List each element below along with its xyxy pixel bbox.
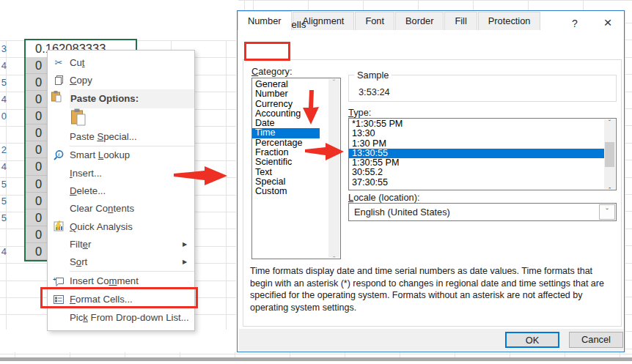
submenu-arrow-icon: ▶ xyxy=(183,241,194,248)
category-item[interactable]: Text xyxy=(252,168,340,177)
tab-protection[interactable]: Protection xyxy=(478,12,541,30)
menu-item-label: Pick From Drop-down List... xyxy=(70,312,194,323)
menu-item-label: Define Name... xyxy=(70,330,194,331)
type-item-selected[interactable]: 13:30:55 xyxy=(349,149,604,158)
scroll-down-icon[interactable]: ˇ xyxy=(609,179,611,189)
menu-item-label: Cut xyxy=(70,57,194,68)
category-item[interactable]: Scientific xyxy=(252,157,340,167)
category-item[interactable]: Fraction xyxy=(252,148,340,157)
menu-item-label: Delete... xyxy=(70,185,194,196)
context-menu: ✂ Cut Copy Paste Options: Paste Special.… xyxy=(47,50,195,331)
ok-button[interactable]: OK xyxy=(505,332,559,348)
submenu-arrow-icon: ▶ xyxy=(183,259,194,265)
menu-item-paste-options: Paste Options: xyxy=(70,89,194,108)
menu-item-label: Paste Options: xyxy=(70,93,194,104)
spreadsheet-grid-top xyxy=(238,0,632,10)
cancel-button[interactable]: Cancel xyxy=(569,332,623,348)
scissors-icon: ✂ xyxy=(48,57,70,68)
screenshot-canvas: 3 4 5 4 0 2 4 5 5 5 4 0.162083333 0 0 0 … xyxy=(0,0,632,364)
svg-text:i: i xyxy=(58,152,59,157)
type-item[interactable]: *1:30:55 PM xyxy=(349,119,616,129)
cell-fragment[interactable] xyxy=(0,125,7,141)
spreadsheet-grid-bottom xyxy=(0,352,632,357)
sample-group-label: Sample xyxy=(354,70,392,81)
tab-font[interactable]: Font xyxy=(355,12,394,30)
close-icon[interactable]: × xyxy=(598,15,617,31)
category-item[interactable]: Currency xyxy=(252,100,340,109)
category-item[interactable]: Accounting xyxy=(252,109,340,119)
menu-item-label: Insert... xyxy=(70,168,194,179)
menu-item-sort[interactable]: Sort ▶ xyxy=(48,253,194,272)
menu-item-clear-contents[interactable]: Clear Contents xyxy=(48,200,194,218)
cell-fragment[interactable]: 4 xyxy=(0,91,7,108)
menu-item-paste-special[interactable]: Paste Special... xyxy=(48,128,194,146)
cell-fragment[interactable]: 2 xyxy=(0,141,7,158)
menu-item-label: Copy xyxy=(70,75,194,86)
scroll-down-icon[interactable]: ˇ xyxy=(333,248,335,258)
category-item[interactable]: Custom xyxy=(252,187,340,196)
bottom-scrollbar-track[interactable] xyxy=(0,357,632,361)
cell-fragment[interactable]: 3 xyxy=(0,40,7,57)
category-item[interactable]: Number xyxy=(252,89,340,99)
menu-item-cut[interactable]: ✂ Cut xyxy=(48,53,194,72)
category-listbox: General Number Currency Accounting Date … xyxy=(251,78,341,259)
type-item[interactable]: 1:30:55 PM xyxy=(349,158,616,168)
menu-item-smart-lookup[interactable]: i Smart Lookup xyxy=(48,146,194,165)
cell-fragment[interactable]: 5 xyxy=(0,176,7,193)
tab-border[interactable]: Border xyxy=(395,12,444,30)
category-item[interactable]: Special xyxy=(252,177,340,187)
type-item[interactable]: 37:30:55 xyxy=(349,178,616,187)
cell-fragment[interactable]: 5 xyxy=(0,74,7,91)
comment-icon: + xyxy=(48,275,70,287)
left-column-fragments: 3 4 5 4 0 2 4 5 5 5 4 xyxy=(0,40,7,260)
menu-item-copy[interactable]: Copy xyxy=(48,72,194,90)
cell-fragment[interactable]: 4 xyxy=(0,243,7,260)
type-scrollbar[interactable]: ˇ ˇ xyxy=(604,119,615,189)
locale-label: Locale (location): xyxy=(348,192,419,203)
paste-button[interactable] xyxy=(70,108,87,128)
cell-fragment[interactable] xyxy=(0,226,7,243)
help-button[interactable]: ? xyxy=(566,18,584,29)
menu-item-delete[interactable]: Delete... xyxy=(48,182,194,200)
scroll-up-icon[interactable]: ˇ xyxy=(609,119,611,130)
category-item[interactable]: Date xyxy=(252,119,340,128)
spreadsheet-grid-right xyxy=(625,10,632,352)
quick-analysis-icon xyxy=(48,220,70,232)
chevron-down-icon[interactable]: ˇ xyxy=(599,204,615,220)
scrollbar-thumb[interactable] xyxy=(605,142,614,167)
scroll-up-icon[interactable]: ˇ xyxy=(333,79,335,89)
menu-item-label: Quick Analysis xyxy=(70,221,194,232)
cell-fragment[interactable]: 4 xyxy=(0,158,7,175)
locale-dropdown[interactable]: English (United States) ˇ xyxy=(348,203,617,221)
smart-lookup-icon: i xyxy=(48,149,70,161)
menu-item-insert[interactable]: Insert... xyxy=(48,164,194,182)
tab-number[interactable]: Number xyxy=(238,11,292,30)
cell-fragment[interactable]: 0 xyxy=(0,108,7,125)
copy-icon xyxy=(48,75,70,86)
menu-item-label: Paste Special... xyxy=(70,131,194,142)
format-cells-dialog: Format Cells ? × Number Alignment Font B… xyxy=(237,10,625,352)
cell-fragment[interactable]: 5 xyxy=(0,193,7,209)
clipboard-icon xyxy=(50,90,62,105)
tab-fill[interactable]: Fill xyxy=(444,12,477,30)
menu-item-format-cells[interactable]: Format Cells... xyxy=(48,290,194,309)
category-item[interactable]: General xyxy=(252,80,340,89)
category-scrollbar[interactable]: ˇ ˇ xyxy=(328,79,339,258)
cell-fragment[interactable]: 4 xyxy=(0,57,7,74)
menu-item-define-name[interactable]: Define Name... xyxy=(48,327,194,332)
menu-item-label: Sort xyxy=(70,256,183,267)
category-item[interactable]: Percentage xyxy=(252,138,340,148)
cell-fragment[interactable]: 5 xyxy=(0,209,7,226)
category-item-selected[interactable]: Time xyxy=(252,128,320,138)
menu-item-quick-analysis[interactable]: Quick Analysis xyxy=(48,218,194,236)
menu-item-insert-comment[interactable]: + Insert Comment xyxy=(48,272,194,290)
menu-item-filter[interactable]: Filter ▶ xyxy=(48,236,194,253)
type-item[interactable]: 30:55.2 xyxy=(349,168,616,177)
type-label: Type: xyxy=(348,107,371,118)
type-item[interactable]: 13:30 xyxy=(349,129,616,138)
menu-item-pick-from-list[interactable]: Pick From Drop-down List... xyxy=(48,309,194,327)
type-item[interactable]: 1:30 PM xyxy=(349,139,616,149)
format-cells-icon xyxy=(48,294,70,305)
menu-item-label: Format Cells... xyxy=(70,294,194,305)
type-listbox: *1:30:55 PM 13:30 1:30 PM 13:30:55 1:30:… xyxy=(348,118,617,190)
